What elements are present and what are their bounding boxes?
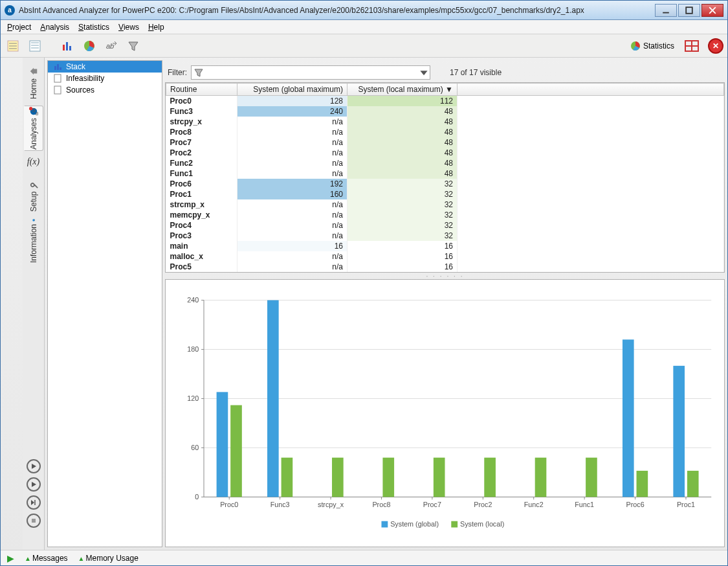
window-title: AbsInt Advanced Analyzer for PowerPC e20… (19, 6, 654, 15)
svg-rect-72 (535, 458, 547, 497)
fx-icon[interactable]: f(x) (27, 151, 39, 173)
status-messages[interactable]: ▲Messages (25, 554, 68, 563)
svg-rect-56 (267, 300, 279, 497)
svg-text:Proc0: Proc0 (220, 501, 238, 508)
side-tab-setup[interactable]: Setup (24, 173, 43, 218)
svg-text:a: a (35, 109, 38, 116)
col-local[interactable]: System (local maximum) ▼ (347, 84, 458, 96)
col-spacer (458, 84, 724, 96)
svg-text:System (local): System (local) (460, 521, 504, 528)
menu-analysis[interactable]: Analysis (40, 23, 69, 32)
menu-project[interactable]: Project (7, 23, 31, 32)
nav-item-sources[interactable]: Sources (48, 84, 162, 96)
toolbar-text-icon[interactable]: ab (103, 38, 120, 54)
table-row[interactable]: Proc4n/a32 (166, 220, 724, 231)
table-row[interactable]: main1616 (166, 241, 724, 251)
side-tab-information[interactable]: Informationi (24, 218, 43, 264)
svg-rect-83 (687, 471, 699, 497)
nav-tree: Stack Infeasibility Sources (47, 60, 162, 547)
close-panel-button[interactable]: ✕ (708, 38, 723, 54)
status-memory[interactable]: ▲Memory Usage (78, 554, 138, 563)
menu-statistics[interactable]: Statistics (78, 23, 109, 32)
svg-rect-88 (451, 521, 458, 528)
svg-text:120: 120 (187, 394, 199, 402)
col-routine[interactable]: Routine (166, 84, 237, 96)
svg-text:Proc6: Proc6 (626, 501, 645, 508)
svg-rect-60 (332, 458, 344, 497)
svg-text:0: 0 (195, 493, 199, 501)
svg-rect-31 (60, 67, 61, 70)
expand-icon[interactable] (685, 40, 699, 52)
svg-rect-13 (66, 42, 68, 51)
svg-text:Proc8: Proc8 (372, 501, 390, 508)
home-icon (29, 67, 38, 76)
table-row[interactable]: Proc3n/a32 (166, 231, 724, 241)
svg-rect-79 (637, 471, 648, 497)
side-tab-analyses[interactable]: Analysesa3 (24, 106, 43, 151)
doc-icon (53, 74, 62, 83)
toolbar-barchart-icon[interactable] (59, 38, 76, 54)
table-row[interactable]: Proc0128112 (166, 96, 724, 107)
svg-rect-12 (63, 45, 65, 51)
table-row[interactable]: Func2n/a48 (166, 158, 724, 168)
side-tab-home[interactable]: Home (24, 60, 43, 106)
splitter[interactable]: · · · · · · (165, 273, 725, 279)
table-row[interactable]: Proc619232 (166, 179, 724, 189)
toolbar-icon-1[interactable] (5, 38, 21, 54)
funnel-icon (194, 68, 203, 77)
run-button-1[interactable] (27, 459, 41, 473)
col-global[interactable]: System (global maximum) (237, 84, 347, 96)
chevron-down-icon[interactable] (419, 68, 428, 77)
filter-label: Filter: (168, 68, 187, 77)
play-icon[interactable]: ▶ (7, 553, 14, 563)
table-row[interactable]: memcpy_xn/a32 (166, 210, 724, 220)
svg-rect-53 (230, 405, 242, 497)
table-row[interactable]: malloc_xn/a16 (166, 251, 724, 262)
toolbar: ab Statistics ✕ (1, 34, 727, 58)
svg-rect-14 (69, 46, 71, 51)
menu-help[interactable]: Help (148, 23, 164, 32)
svg-rect-52 (217, 392, 228, 497)
table-row[interactable]: Proc7n/a48 (166, 137, 724, 148)
stop-button[interactable] (27, 514, 41, 528)
statistics-button[interactable]: Statistics (630, 41, 674, 51)
svg-text:Func1: Func1 (575, 501, 594, 508)
svg-marker-26 (31, 500, 34, 505)
svg-text:Proc7: Proc7 (423, 501, 441, 508)
nav-item-stack[interactable]: Stack (48, 61, 162, 73)
svg-rect-28 (32, 519, 36, 523)
table-row[interactable]: Proc2n/a48 (166, 148, 724, 158)
titlebar: a AbsInt Advanced Analyzer for PowerPC e… (1, 1, 727, 20)
minimize-button[interactable] (655, 4, 677, 17)
table-row[interactable]: strcpy_xn/a48 (166, 117, 724, 127)
table-row[interactable]: Proc5n/a16 (166, 262, 724, 272)
bar-chart: 060120180240Proc0Func3strcpy_xProc8Proc7… (172, 286, 718, 543)
filter-count: 17 of 17 visible (450, 68, 502, 77)
run-button-2[interactable] (27, 477, 41, 492)
menu-views[interactable]: Views (118, 23, 139, 32)
svg-point-22 (32, 219, 34, 221)
doc-icon (53, 85, 62, 95)
chart-panel: 060120180240Proc0Func3strcpy_xProc8Proc7… (165, 279, 725, 547)
nav-item-infeasibility[interactable]: Infeasibility (48, 73, 162, 84)
statistics-label: Statistics (643, 41, 674, 51)
menubar: Project Analysis Statistics Views Help (1, 20, 727, 34)
svg-text:60: 60 (191, 444, 199, 451)
svg-rect-8 (30, 41, 40, 51)
filter-input[interactable] (191, 65, 430, 80)
run-button-3[interactable] (27, 495, 41, 510)
toolbar-piechart-icon[interactable] (81, 38, 98, 54)
table-row[interactable]: Proc116032 (166, 189, 724, 199)
table-row[interactable]: strcmp_xn/a32 (166, 199, 724, 210)
table-row[interactable]: Proc8n/a48 (166, 127, 724, 137)
maximize-button[interactable] (678, 4, 700, 17)
svg-rect-75 (586, 458, 597, 497)
svg-rect-33 (54, 86, 61, 94)
table-row[interactable]: Func324048 (166, 106, 724, 117)
toolbar-icon-2[interactable] (27, 38, 43, 54)
toolbar-funnel-icon[interactable] (125, 38, 142, 54)
table-row[interactable]: Func1n/a48 (166, 168, 724, 179)
analyses-icon: a3 (29, 107, 38, 116)
svg-rect-63 (382, 458, 394, 497)
close-button[interactable] (701, 4, 723, 17)
